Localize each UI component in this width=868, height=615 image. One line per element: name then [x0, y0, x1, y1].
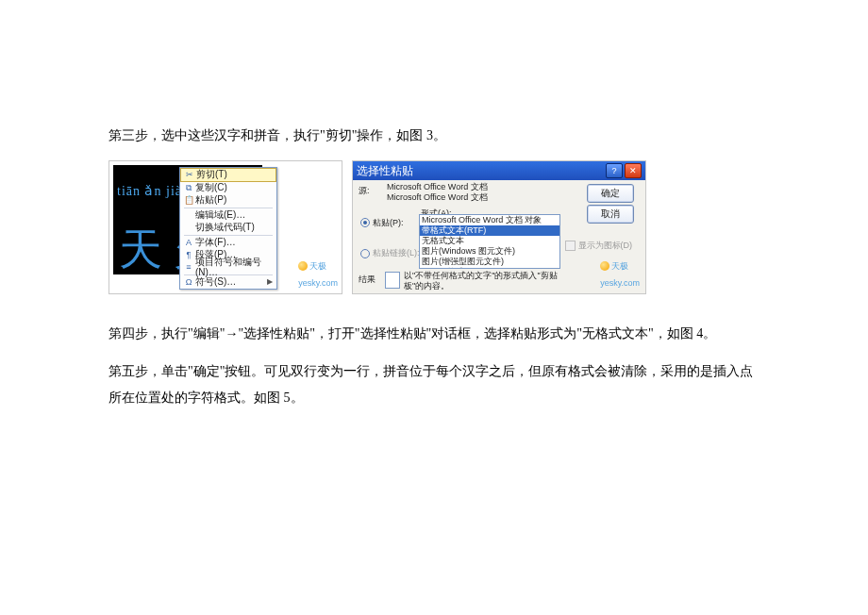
- menu-item-edit-field[interactable]: 编辑域(E)…: [180, 209, 276, 222]
- menu-label: 字体(F)…: [195, 238, 273, 248]
- bullets-icon: ≡: [182, 263, 195, 272]
- scissors-icon: ✂: [183, 171, 196, 179]
- font-icon: A: [182, 239, 195, 247]
- list-item[interactable]: 图片(增强型图元文件): [420, 257, 559, 267]
- menu-label: 切换域代码(T): [195, 223, 273, 233]
- logo-icon: [298, 261, 308, 271]
- list-item[interactable]: 无格式文本: [420, 236, 559, 246]
- step4-text: 第四步，执行"编辑"→"选择性粘贴"，打开"选择性粘贴"对话框，选择粘贴形式为"…: [108, 321, 760, 347]
- close-button[interactable]: ✕: [625, 163, 642, 178]
- list-item[interactable]: Microsoft Office Word 文档 对象: [420, 215, 559, 225]
- symbol-icon: Ω: [182, 278, 195, 287]
- copy-icon: ⧉: [182, 184, 195, 192]
- paste-icon: 📋: [182, 196, 195, 205]
- list-item[interactable]: 图片(Windows 图元文件): [420, 246, 559, 257]
- watermark-logo: 天极 yesky.com: [600, 258, 640, 291]
- paragraph-icon: ¶: [182, 251, 195, 259]
- step5-text: 第五步，单击"确定"按钮。可见双行变为一行，拼音位于每个汉字之后，但原有格式会被…: [108, 358, 760, 411]
- result-label: 结果: [359, 271, 376, 288]
- list-item[interactable]: HTML 格式: [420, 267, 559, 269]
- result-icon: [385, 272, 400, 289]
- menu-separator: [184, 235, 273, 236]
- menu-item-cut[interactable]: ✂ 剪切(T): [180, 168, 276, 182]
- step3-text: 第三步，选中这些汉字和拼音，执行"剪切"操作，如图 3。: [108, 123, 760, 149]
- ok-button[interactable]: 确定: [587, 184, 634, 203]
- menu-item-toggle-field-code[interactable]: 切换域代码(T): [180, 222, 276, 234]
- menu-label: 编辑域(E)…: [195, 210, 273, 221]
- figure-4-paste-special-dialog: 选择性粘贴 ? ✕ 源: Microsoft Office Word 文档Mic…: [352, 160, 646, 294]
- result-text: 以"不带任何格式的文字"的形式插入"剪贴板"的内容。: [404, 271, 564, 292]
- help-button[interactable]: ?: [606, 163, 623, 178]
- menu-label: 剪切(T): [196, 170, 272, 180]
- dialog-titlebar: 选择性粘贴 ? ✕: [353, 161, 645, 180]
- source-label: 源:: [359, 182, 370, 199]
- menu-item-symbol[interactable]: Ω 符号(S)… ▶: [180, 276, 276, 289]
- radio-icon: [360, 218, 370, 227]
- format-listbox[interactable]: Microsoft Office Word 文档 对象 带格式文本(RTF) 无…: [419, 214, 560, 269]
- menu-item-paste[interactable]: 📋 粘贴(P): [180, 194, 276, 207]
- radio-label: 粘贴(P):: [373, 216, 404, 229]
- cancel-button[interactable]: 取消: [587, 205, 634, 224]
- radio-paste[interactable]: 粘贴(P):: [360, 216, 420, 229]
- menu-label: 粘贴(P): [195, 195, 273, 206]
- menu-separator: [184, 208, 273, 208]
- checkbox-icon: [565, 241, 576, 251]
- menu-label: 复制(C): [195, 183, 273, 193]
- radio-label: 粘贴链接(L):: [373, 246, 420, 259]
- watermark-logo: 天极 yesky.com: [298, 258, 338, 291]
- context-menu: ✂ 剪切(T) ⧉ 复制(C) 📋 粘贴(P) 编辑域(E)…: [179, 167, 277, 290]
- source-value: Microsoft Office Word 文档Microsoft Office…: [387, 182, 488, 203]
- logo-icon: [600, 261, 609, 271]
- figure-3: tiān ǎn jiàn 天 欠件 ✂ 剪切(T) ⧉ 复制(C) 📋 粘贴(P…: [108, 160, 342, 294]
- radio-paste-link[interactable]: 粘贴链接(L):: [360, 246, 420, 259]
- chevron-right-icon: ▶: [267, 278, 273, 286]
- radio-icon: [360, 249, 370, 258]
- menu-label: 符号(S)…: [195, 277, 267, 288]
- menu-label: 项目符号和编号(N)…: [195, 258, 273, 277]
- dialog-title: 选择性粘贴: [357, 160, 413, 182]
- menu-item-font[interactable]: A 字体(F)…: [180, 237, 276, 249]
- display-as-icon-checkbox[interactable]: 显示为图标(D): [565, 237, 633, 254]
- checkbox-label: 显示为图标(D): [578, 237, 633, 254]
- menu-item-copy[interactable]: ⧉ 复制(C): [180, 182, 276, 194]
- menu-item-bullets[interactable]: ≡ 项目符号和编号(N)…: [180, 261, 276, 274]
- list-item[interactable]: 带格式文本(RTF): [420, 225, 559, 236]
